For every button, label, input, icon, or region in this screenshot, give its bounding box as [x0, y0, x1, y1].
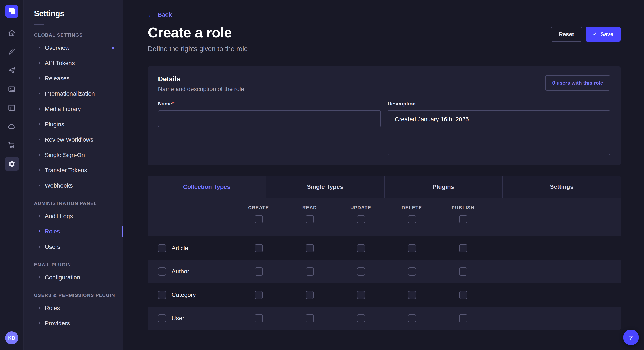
bullet-icon — [39, 322, 40, 324]
bullet-icon — [39, 307, 40, 309]
sidebar-item-roles[interactable]: Roles — [24, 224, 123, 239]
sidebar-item-label: Providers — [45, 320, 70, 327]
tab-single-types[interactable]: Single Types — [266, 175, 384, 198]
help-button[interactable]: ? — [623, 330, 639, 345]
rail-item-gear[interactable] — [4, 157, 19, 171]
page-title: Create a role — [148, 24, 232, 41]
select-all-create-checkbox[interactable] — [254, 215, 262, 223]
article-update-checkbox[interactable] — [357, 244, 365, 252]
author-read-checkbox[interactable] — [306, 267, 314, 275]
sidebar-item-releases[interactable]: Releases — [24, 71, 123, 86]
sidebar-item-media-library[interactable]: Media Library — [24, 101, 123, 117]
rail-item-cart[interactable] — [4, 138, 19, 152]
sidebar-item-single-sign-on[interactable]: Single Sign-On — [24, 147, 123, 163]
sidebar-item-audit-logs[interactable]: Audit Logs — [24, 208, 123, 224]
article-read-checkbox[interactable] — [306, 244, 314, 252]
category-publish-checkbox[interactable] — [459, 291, 467, 299]
sidebar-item-roles[interactable]: Roles — [24, 300, 123, 316]
sidebar-section-users-permissions-plugin: USERS & PERMISSIONS PLUGINRolesProviders — [24, 293, 123, 331]
select-all-read-checkbox[interactable] — [306, 215, 314, 223]
row-select-user-checkbox[interactable] — [158, 314, 166, 322]
rail-item-layout[interactable] — [4, 100, 19, 115]
article-publish-checkbox[interactable] — [459, 244, 467, 252]
rail-item-home[interactable] — [4, 25, 19, 40]
category-create-checkbox[interactable] — [254, 291, 262, 299]
category-delete-checkbox[interactable] — [408, 291, 416, 299]
media-icon — [8, 85, 16, 93]
user-create-checkbox[interactable] — [254, 314, 262, 322]
category-read-checkbox[interactable] — [306, 291, 314, 299]
author-delete-checkbox[interactable] — [408, 267, 416, 275]
description-field: Description Created January 16th, 2025 — [388, 101, 610, 155]
sidebar-item-plugins[interactable]: Plugins — [24, 117, 123, 132]
permission-cell — [233, 314, 284, 322]
sidebar-item-providers[interactable]: Providers — [24, 316, 123, 331]
select-all-publish-checkbox[interactable] — [459, 215, 467, 223]
users-with-role-button[interactable]: 0 users with this role — [545, 75, 610, 90]
sidebar-sections: GLOBAL SETTINGSOverviewAPI TokensRelease… — [24, 32, 123, 331]
details-card-header: Details Name and description of the role… — [158, 75, 610, 92]
author-create-checkbox[interactable] — [254, 267, 262, 275]
select-all-update-checkbox[interactable] — [357, 215, 365, 223]
rail-item-paper-plane[interactable] — [4, 63, 19, 77]
main-nav-rail: KD — [0, 0, 24, 350]
tab-settings[interactable]: Settings — [502, 175, 621, 198]
select-all-delete-checkbox[interactable] — [408, 215, 416, 223]
rail-item-pencil[interactable] — [4, 44, 19, 59]
row-name-cell: User — [148, 314, 233, 322]
user-update-checkbox[interactable] — [357, 314, 365, 322]
row-select-article-checkbox[interactable] — [158, 244, 166, 252]
reset-button[interactable]: Reset — [551, 26, 582, 41]
article-create-checkbox[interactable] — [254, 244, 262, 252]
sidebar-section-label: EMAIL PLUGIN — [34, 262, 123, 267]
permissions-table-body: ArticleAuthorCategoryUser — [148, 236, 620, 330]
bullet-icon — [39, 184, 40, 186]
sidebar-item-internationalization[interactable]: Internationalization — [24, 86, 123, 101]
save-button[interactable]: ✓ Save — [586, 26, 620, 41]
main-content: ← Back Create a role Reset ✓ Save Define… — [123, 0, 644, 350]
sidebar-item-transfer-tokens[interactable]: Transfer Tokens — [24, 163, 123, 178]
table-row-article: Article — [148, 236, 620, 260]
article-delete-checkbox[interactable] — [408, 244, 416, 252]
divider — [34, 24, 44, 25]
row-select-author-checkbox[interactable] — [158, 267, 166, 275]
category-update-checkbox[interactable] — [357, 291, 365, 299]
user-publish-checkbox[interactable] — [459, 314, 467, 322]
user-read-checkbox[interactable] — [306, 314, 314, 322]
permission-cell — [386, 314, 438, 322]
back-link[interactable]: ← Back — [148, 11, 172, 18]
permissions-table-header: CREATEREADUPDATEDELETEPUBLISH — [148, 198, 620, 236]
avatar[interactable]: KD — [5, 331, 18, 345]
author-update-checkbox[interactable] — [357, 267, 365, 275]
rail-item-cloud[interactable] — [4, 119, 19, 134]
sidebar-item-overview[interactable]: Overview — [24, 40, 123, 55]
tab-plugins[interactable]: Plugins — [384, 175, 502, 198]
header-column-delete: DELETE — [386, 205, 438, 236]
sidebar-item-review-workflows[interactable]: Review Workflows — [24, 132, 123, 147]
page-subtitle: Define the rights given to the role — [148, 45, 620, 52]
user-delete-checkbox[interactable] — [408, 314, 416, 322]
sidebar-item-label: Single Sign-On — [45, 151, 85, 158]
back-label: Back — [158, 11, 172, 18]
sidebar-item-label: Users — [45, 243, 60, 250]
rail-item-media[interactable] — [4, 82, 19, 96]
permission-cell — [386, 244, 438, 252]
tab-collection-types[interactable]: Collection Types — [148, 175, 266, 198]
sidebar-item-api-tokens[interactable]: API Tokens — [24, 55, 123, 71]
permission-cell — [438, 244, 488, 252]
name-input[interactable] — [158, 110, 381, 127]
sidebar-item-webhooks[interactable]: Webhooks — [24, 178, 123, 193]
sidebar-item-users[interactable]: Users — [24, 239, 123, 254]
author-publish-checkbox[interactable] — [459, 267, 467, 275]
sidebar-item-label: Review Workflows — [45, 136, 93, 143]
permission-cell — [386, 267, 438, 275]
strapi-logo[interactable] — [5, 5, 18, 18]
sidebar-item-configuration[interactable]: Configuration — [24, 270, 123, 285]
description-input[interactable]: Created January 16th, 2025 — [388, 110, 610, 155]
column-label: CREATE — [248, 205, 269, 210]
permission-cell — [233, 267, 284, 275]
row-select-category-checkbox[interactable] — [158, 291, 166, 299]
row-name-cell: Author — [148, 267, 233, 275]
table-row-author: Author — [148, 260, 620, 283]
permission-cell — [284, 267, 335, 275]
